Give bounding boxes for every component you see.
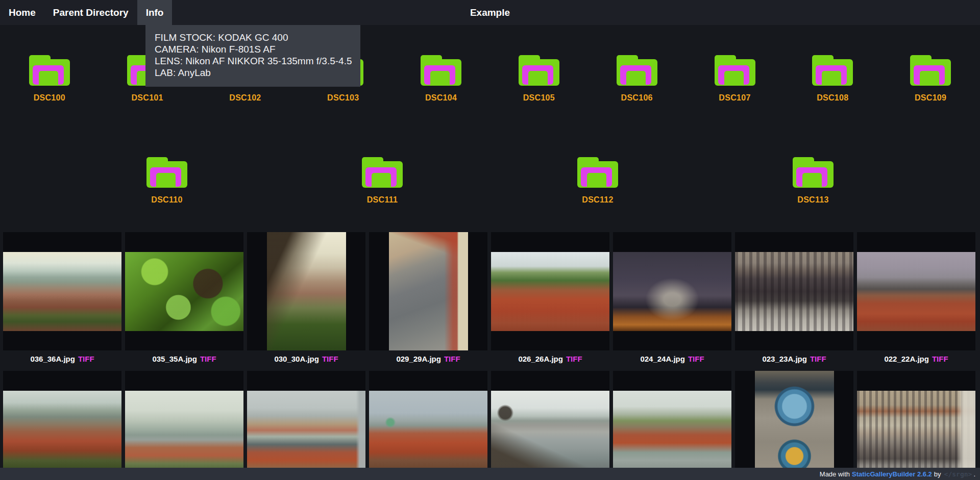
photo-thumbnail[interactable]	[3, 232, 121, 350]
photo-thumbnail[interactable]	[613, 232, 731, 350]
tiff-link[interactable]: TIFF	[688, 355, 704, 363]
thumbnail-image	[125, 391, 243, 470]
footer-made-with-text: Made with	[820, 470, 850, 478]
folder-item-dsc111[interactable]: DSC111	[334, 157, 431, 205]
folder-label: DSC110	[151, 195, 182, 205]
photo-filename-link[interactable]: 022_22A.jpg	[884, 355, 929, 363]
folder-label: DSC104	[425, 93, 457, 103]
photo-thumbnail[interactable]	[369, 232, 487, 350]
folder-item-dsc108[interactable]: DSC108	[784, 55, 881, 103]
nav-item-home[interactable]: Home	[0, 0, 44, 25]
photo-thumbnail[interactable]	[857, 232, 975, 350]
photo-thumbnail[interactable]	[491, 232, 609, 350]
folder-label: DSC105	[523, 93, 555, 103]
tiff-link[interactable]: TIFF	[322, 355, 338, 363]
photo-tile	[735, 371, 853, 480]
photo-thumbnail[interactable]	[735, 371, 853, 480]
folder-label: DSC107	[719, 93, 750, 103]
photo-thumbnail[interactable]	[3, 371, 121, 480]
photo-filename-link[interactable]: 036_36A.jpg	[30, 355, 75, 363]
thumbnail-image	[369, 391, 487, 470]
photo-thumbnail[interactable]	[613, 371, 731, 480]
folder-icon	[421, 55, 461, 86]
thumbnail-image	[857, 252, 975, 331]
photo-thumbnail[interactable]	[491, 371, 609, 480]
tiff-link[interactable]: TIFF	[78, 355, 94, 363]
photo-tile	[3, 371, 121, 480]
top-nav-bar: Example Home Parent Directory Info	[0, 0, 980, 25]
thumbnail-image	[613, 252, 731, 331]
footer-bar: Made with StaticGalleryBuilder 2.6.2 by …	[0, 468, 980, 480]
thumbnail-image	[755, 371, 834, 480]
photo-tile: 022_22A.jpgTIFF	[857, 232, 975, 364]
folder-icon	[617, 55, 657, 86]
photo-tile	[369, 371, 487, 480]
folder-item-dsc107[interactable]: DSC107	[687, 55, 783, 103]
photo-grid: 036_36A.jpgTIFF 035_35A.jpgTIFF 030_30A.…	[0, 232, 980, 480]
thumbnail-image	[491, 391, 609, 470]
folder-icon	[362, 157, 403, 188]
static-gallery-builder-link[interactable]: StaticGalleryBuilder 2.6.2	[852, 470, 932, 478]
thumbnail-image	[247, 391, 365, 470]
folder-item-dsc100[interactable]: DSC100	[1, 55, 98, 103]
photo-thumbnail[interactable]	[369, 371, 487, 480]
photo-tile	[125, 371, 243, 480]
folder-item-dsc109[interactable]: DSC109	[882, 55, 979, 103]
photo-tile	[613, 371, 731, 480]
photo-thumbnail[interactable]	[125, 371, 243, 480]
folder-icon	[577, 157, 618, 188]
info-dropdown: FILM STOCK: KODAK GC 400 CAMERA: Nikon F…	[145, 25, 360, 87]
folder-label: DSC102	[229, 93, 261, 103]
thumbnail-image	[267, 232, 346, 350]
folder-label: DSC106	[621, 93, 653, 103]
photo-tile: 030_30A.jpgTIFF	[247, 232, 365, 364]
thumbnail-image	[735, 252, 853, 331]
folder-item-dsc112[interactable]: DSC112	[549, 157, 646, 205]
photo-thumbnail[interactable]	[247, 232, 365, 350]
photo-tile: 036_36A.jpgTIFF	[3, 232, 121, 364]
folder-item-dsc110[interactable]: DSC110	[118, 157, 215, 205]
photo-thumbnail[interactable]	[125, 232, 243, 350]
thumbnail-image	[857, 391, 975, 470]
photo-tile: 029_29A.jpgTIFF	[369, 232, 487, 364]
info-line-lab: LAB: AnyLab	[155, 67, 352, 79]
photo-filename-link[interactable]: 030_30A.jpg	[274, 355, 319, 363]
photo-thumbnail[interactable]	[247, 371, 365, 480]
photo-tile: 035_35A.jpgTIFF	[125, 232, 243, 364]
photo-tile: 026_26A.jpgTIFF	[491, 232, 609, 364]
nav-item-info[interactable]: Info	[137, 0, 173, 25]
tiff-link[interactable]: TIFF	[810, 355, 826, 363]
folder-item-dsc104[interactable]: DSC104	[393, 55, 489, 103]
tiff-link[interactable]: TIFF	[200, 355, 216, 363]
photo-filename-link[interactable]: 024_24A.jpg	[640, 355, 685, 363]
thumbnail-image	[125, 252, 243, 331]
photo-filename-link[interactable]: 026_26A.jpg	[518, 355, 563, 363]
folder-icon	[715, 55, 755, 86]
nav-item-parent-directory[interactable]: Parent Directory	[44, 0, 137, 25]
info-line-film-stock: FILM STOCK: KODAK GC 400	[155, 32, 352, 43]
tiff-link[interactable]: TIFF	[566, 355, 582, 363]
footer-period-text: .	[973, 470, 975, 478]
tiff-link[interactable]: TIFF	[444, 355, 460, 363]
photo-filename-link[interactable]: 023_23A.jpg	[762, 355, 807, 363]
photo-tile: 024_24A.jpgTIFF	[613, 232, 731, 364]
srgn-logo-link[interactable]: </srgn>	[944, 470, 972, 478]
folder-label: DSC112	[582, 195, 613, 205]
folder-item-dsc106[interactable]: DSC106	[589, 55, 685, 103]
photo-thumbnail[interactable]	[857, 371, 975, 480]
folder-label: DSC113	[797, 195, 828, 205]
tiff-link[interactable]: TIFF	[932, 355, 948, 363]
photo-tile: 023_23A.jpgTIFF	[735, 232, 853, 364]
photo-thumbnail[interactable]	[735, 232, 853, 350]
folder-item-dsc113[interactable]: DSC113	[765, 157, 862, 205]
info-line-camera: CAMERA: Nikon F-801S AF	[155, 43, 352, 55]
folder-icon	[812, 55, 853, 86]
photo-filename-link[interactable]: 029_29A.jpg	[396, 355, 441, 363]
folder-label: DSC108	[817, 93, 848, 103]
photo-tile	[491, 371, 609, 480]
folder-item-dsc105[interactable]: DSC105	[491, 55, 587, 103]
info-line-lens: LENS: Nikon AF NIKKOR 35-135mm f/3.5-4.5	[155, 55, 352, 67]
photo-filename-link[interactable]: 035_35A.jpg	[152, 355, 197, 363]
folder-icon	[910, 55, 951, 86]
photo-tile	[247, 371, 365, 480]
